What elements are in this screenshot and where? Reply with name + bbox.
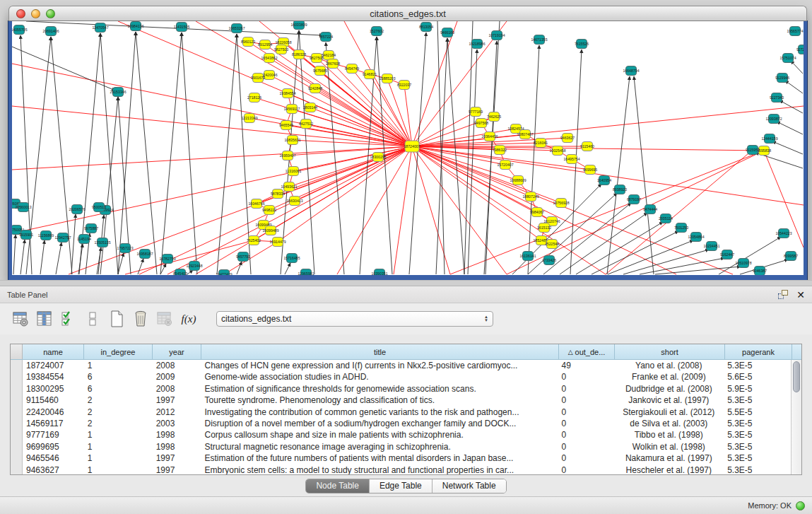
- cell-name[interactable]: 9115460: [23, 395, 84, 406]
- table-settings-icon[interactable]: [11, 310, 30, 328]
- node-table[interactable]: namein_degreeyeartitle△out_de...shortpag…: [10, 344, 802, 475]
- table-row[interactable]: 1830029562008Estimation of significance …: [11, 383, 791, 395]
- cell-out_de[interactable]: 49: [558, 360, 614, 371]
- select-all-rows-icon[interactable]: [59, 310, 78, 328]
- table-source-dropdown[interactable]: citations_edges.txt ▲▼: [216, 311, 493, 327]
- cell-pagerank[interactable]: 5.3E-5: [724, 418, 791, 429]
- cell-title[interactable]: Genome-wide association studies in ADHD.: [201, 371, 558, 382]
- cell-pagerank[interactable]: 5.3E-5: [724, 360, 791, 371]
- table-body[interactable]: 1872400712008Changes of HCN gene express…: [11, 360, 791, 474]
- cell-pagerank[interactable]: 5.3E-5: [724, 441, 791, 452]
- citation-network-graph[interactable]: 1872400797771699497568746262520364436108…: [12, 21, 804, 275]
- cell-title[interactable]: Changes of HCN gene expression and I(f) …: [201, 360, 558, 371]
- float-window-icon[interactable]: [778, 290, 788, 299]
- cell-year[interactable]: 2008: [153, 360, 201, 371]
- table-row[interactable]: 946362711997Embryonic stem cells: a mode…: [11, 465, 791, 474]
- cell-name[interactable]: 18724007: [23, 360, 84, 371]
- cell-out_de[interactable]: 0: [558, 429, 614, 440]
- cell-short[interactable]: Hescheler et al. (1997): [613, 465, 724, 474]
- table-row[interactable]: 969969511998Structural magnetic resonanc…: [11, 441, 791, 452]
- cell-in_degree[interactable]: 1: [84, 452, 153, 464]
- delete-column-icon[interactable]: [131, 310, 150, 328]
- column-header-title[interactable]: title: [201, 344, 559, 359]
- cell-year[interactable]: 2012: [153, 407, 201, 418]
- cell-in_degree[interactable]: 6: [84, 371, 153, 382]
- table-row[interactable]: 977716911998Corpus callosum shape and si…: [11, 429, 791, 440]
- table-row[interactable]: 1872400712008Changes of HCN gene express…: [11, 360, 791, 371]
- column-header-pagerank[interactable]: pagerank: [725, 344, 792, 359]
- cell-in_degree[interactable]: 6: [84, 383, 153, 395]
- cell-short[interactable]: Nakamura et al. (1997): [613, 452, 724, 464]
- panel-splitter-handle[interactable]: ▴: [0, 280, 812, 286]
- window-titlebar[interactable]: citations_edges.txt: [8, 6, 807, 21]
- unselect-rows-icon[interactable]: [83, 310, 102, 328]
- cell-year[interactable]: 1998: [153, 429, 201, 440]
- cell-pagerank[interactable]: 5.6E-5: [724, 371, 791, 382]
- cell-year[interactable]: 1998: [153, 441, 201, 452]
- column-header-name[interactable]: name: [23, 344, 84, 359]
- cell-title[interactable]: Estimation of the future numbers of pati…: [201, 452, 558, 464]
- vertical-scrollbar[interactable]: [791, 360, 801, 474]
- cell-year[interactable]: 1997: [153, 395, 201, 406]
- cell-short[interactable]: Tibbo et al. (1998): [613, 429, 724, 440]
- cell-name[interactable]: 18300295: [23, 383, 84, 395]
- cell-short[interactable]: Franke et al. (2009): [613, 371, 724, 382]
- cell-pagerank[interactable]: 5.3E-5: [724, 395, 791, 406]
- cell-name[interactable]: 14569117: [23, 418, 84, 429]
- cell-short[interactable]: Stergiakouli et al. (2012): [613, 407, 724, 418]
- new-column-icon[interactable]: [107, 310, 126, 328]
- cell-short[interactable]: Wolkin et al. (1998): [613, 441, 724, 452]
- tab-node-table[interactable]: Node Table: [306, 479, 370, 493]
- cell-short[interactable]: de Silva et al. (2003): [613, 418, 724, 429]
- table-row[interactable]: 911546021997Tourette syndrome. Phenomeno…: [11, 395, 791, 406]
- cell-year[interactable]: 1997: [153, 465, 201, 474]
- column-header-in_degree[interactable]: in_degree: [84, 344, 153, 359]
- cell-in_degree[interactable]: 1: [84, 429, 153, 440]
- cell-year[interactable]: 2009: [153, 371, 201, 382]
- table-column-icon[interactable]: [35, 310, 54, 328]
- cell-pagerank[interactable]: 5.9E-5: [724, 383, 791, 395]
- delete-table-icon[interactable]: [155, 310, 174, 328]
- cell-year[interactable]: 2003: [153, 418, 201, 429]
- cell-out_de[interactable]: 0: [558, 371, 614, 382]
- table-type-segmented-control[interactable]: Node TableEdge TableNetwork Table: [305, 479, 506, 493]
- cell-title[interactable]: Corpus callosum shape and size in male p…: [201, 429, 558, 440]
- cell-title[interactable]: Embryonic stem cells: a model to study s…: [201, 465, 558, 474]
- cell-year[interactable]: 2008: [153, 383, 201, 395]
- cell-out_de[interactable]: 0: [558, 418, 614, 429]
- cell-name[interactable]: 9777169: [23, 429, 84, 440]
- column-header-year[interactable]: year: [153, 344, 201, 359]
- cell-name[interactable]: 9463627: [23, 465, 84, 474]
- cell-name[interactable]: 9465546: [23, 452, 84, 464]
- cell-short[interactable]: Jankovic et al. (1997): [613, 395, 724, 406]
- cell-pagerank[interactable]: 5.3E-5: [724, 465, 791, 474]
- cell-out_de[interactable]: 0: [558, 407, 614, 418]
- cell-title[interactable]: Disruption of a novel member of a sodium…: [201, 418, 558, 429]
- tab-edge-table[interactable]: Edge Table: [370, 479, 433, 493]
- table-row[interactable]: 1456911722003Disruption of a novel membe…: [11, 418, 791, 429]
- function-builder-icon[interactable]: f(x): [180, 310, 198, 328]
- column-header-out_de[interactable]: △out_de...: [559, 344, 615, 359]
- cell-pagerank[interactable]: 5.3E-5: [724, 429, 791, 440]
- cell-in_degree[interactable]: 2: [84, 407, 153, 418]
- cell-out_de[interactable]: 0: [558, 465, 614, 474]
- close-panel-icon[interactable]: ✕: [796, 290, 805, 300]
- table-row[interactable]: 2242004622012Investigating the contribut…: [11, 407, 791, 418]
- table-row[interactable]: 946554611997Estimation of the future num…: [11, 452, 791, 464]
- cell-in_degree[interactable]: 1: [84, 465, 153, 474]
- cell-in_degree[interactable]: 1: [84, 360, 153, 371]
- cell-title[interactable]: Estimation of significance thresholds fo…: [201, 383, 558, 395]
- cell-pagerank[interactable]: 5.3E-5: [724, 452, 791, 464]
- tab-network-table[interactable]: Network Table: [433, 479, 506, 493]
- cell-pagerank[interactable]: 5.5E-5: [724, 407, 791, 418]
- cell-out_de[interactable]: 0: [558, 395, 614, 406]
- cell-name[interactable]: 19384554: [23, 371, 84, 382]
- cell-year[interactable]: 1997: [153, 452, 201, 464]
- cell-in_degree[interactable]: 2: [84, 395, 153, 406]
- cell-short[interactable]: Dudbridge et al. (2008): [613, 383, 724, 395]
- cell-short[interactable]: Yano et al. (2008): [613, 360, 724, 371]
- cell-title[interactable]: Tourette syndrome. Phenomenology and cla…: [201, 395, 558, 406]
- cell-out_de[interactable]: 0: [558, 441, 614, 452]
- cell-name[interactable]: 9699695: [23, 441, 84, 452]
- column-header-short[interactable]: short: [615, 344, 725, 359]
